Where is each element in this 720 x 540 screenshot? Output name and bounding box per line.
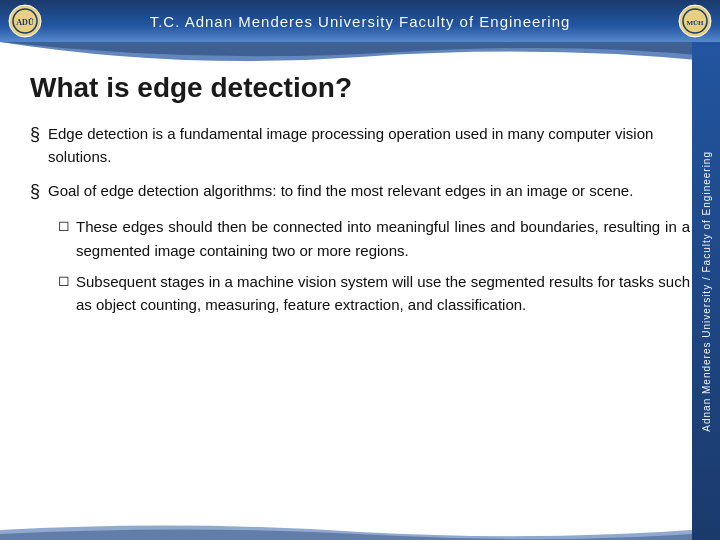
svg-text:ADÜ: ADÜ	[16, 18, 34, 27]
header-wave	[0, 42, 720, 72]
bullet-text-1: Edge detection is a fundamental image pr…	[48, 122, 690, 169]
sub-bullet-item-1: ◻ These edges should then be connected i…	[58, 215, 690, 262]
bottom-wave	[0, 520, 720, 540]
bullet-item-1: § Edge detection is a fundamental image …	[30, 122, 690, 169]
page-title: What is edge detection?	[30, 72, 690, 104]
right-vertical-banner: Adnan Menderes University / Faculty of E…	[692, 42, 720, 540]
sub-bullet-item-2: ◻ Subsequent stages in a machine vision …	[58, 270, 690, 317]
bullet-item-2: § Goal of edge detection algorithms: to …	[30, 179, 690, 206]
sub-bullet-text-1: These edges should then be connected int…	[76, 215, 690, 262]
sub-bullet-text-2: Subsequent stages in a machine vision sy…	[76, 270, 690, 317]
header-bar: ADÜ T.C. Adnan Menderes University Facul…	[0, 0, 720, 42]
logo-left-icon: ADÜ	[8, 4, 42, 38]
bullet-symbol-2: §	[30, 178, 40, 206]
sub-bullet-symbol-1: ◻	[58, 215, 70, 237]
main-content: What is edge detection? § Edge detection…	[0, 72, 720, 334]
bullet-symbol-1: §	[30, 121, 40, 149]
sub-bullet-symbol-2: ◻	[58, 270, 70, 292]
header-title: T.C. Adnan Menderes University Faculty o…	[150, 13, 571, 30]
logo-right-icon: MÜH	[678, 4, 712, 38]
bullet-text-2: Goal of edge detection algorithms: to fi…	[48, 179, 690, 202]
svg-text:MÜH: MÜH	[686, 19, 704, 27]
content-area: § Edge detection is a fundamental image …	[30, 122, 690, 316]
banner-text-line1: Adnan Menderes University / Faculty of E…	[701, 151, 712, 432]
